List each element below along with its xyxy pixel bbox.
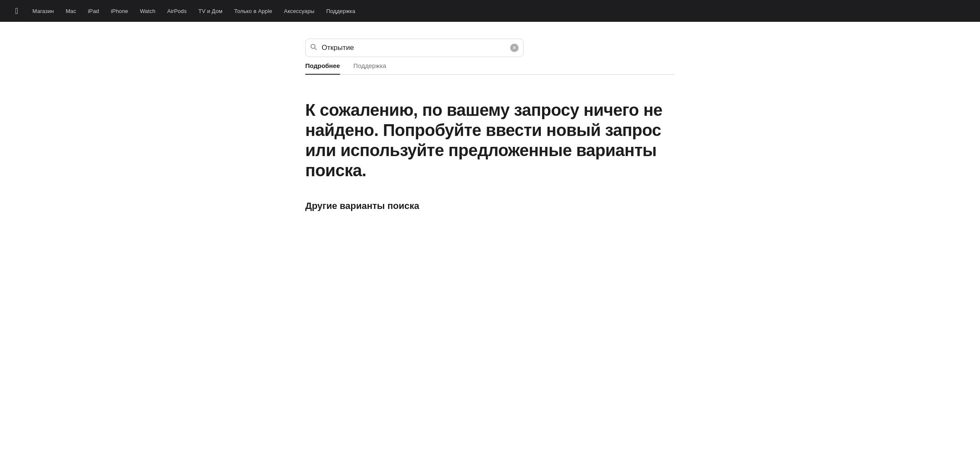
other-options-section: Другие варианты поиска (305, 201, 675, 211)
other-options-title: Другие варианты поиска (305, 201, 675, 211)
nav-item-support[interactable]: Поддержка (320, 8, 361, 14)
tab-details[interactable]: Подробнее (305, 57, 340, 74)
search-wrapper: × (305, 39, 524, 57)
nav-item-airpods[interactable]: AirPods (161, 8, 192, 14)
nav-item-watch[interactable]: Watch (134, 8, 161, 14)
nav-item-tv[interactable]: TV и Дом (193, 8, 228, 14)
no-results-message: К сожалению, по вашему запросу ничего не… (305, 100, 666, 180)
nav-item-ipad[interactable]: iPad (82, 8, 105, 14)
tabs-container: ПодробнееПоддержка (305, 57, 675, 75)
apple-logo[interactable]:  (10, 6, 23, 16)
main-content: × ПодробнееПоддержка К сожалению, по ваш… (280, 22, 700, 228)
tab-support[interactable]: Поддержка (354, 57, 386, 74)
nav-item-accessories[interactable]: Аксессуары (278, 8, 320, 14)
search-input[interactable] (305, 39, 524, 57)
no-results-section: К сожалению, по вашему запросу ничего не… (305, 100, 675, 180)
nav-item-store[interactable]: Магазин (26, 8, 60, 14)
nav-item-iphone[interactable]: iPhone (105, 8, 134, 14)
nav-item-mac[interactable]: Mac (60, 8, 82, 14)
search-clear-button[interactable]: × (510, 44, 519, 52)
nav-item-only-apple[interactable]: Только в Apple (228, 8, 278, 14)
main-navigation:  МагазинMaciPadiPhoneWatchAirPodsTV и Д… (0, 0, 980, 22)
